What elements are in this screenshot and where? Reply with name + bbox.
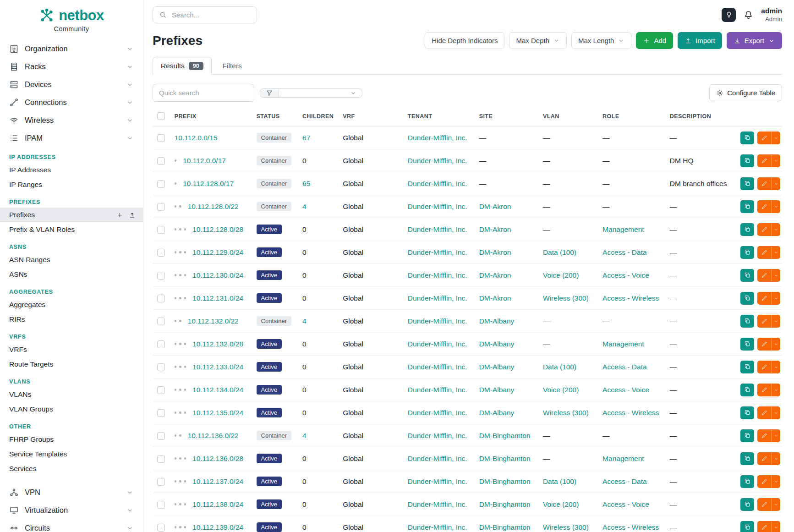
- row-checkbox[interactable]: [157, 501, 165, 509]
- clone-button[interactable]: [740, 475, 754, 488]
- edit-button[interactable]: [757, 177, 771, 190]
- site-link[interactable]: DM-Binghamton: [479, 455, 531, 462]
- row-checkbox[interactable]: [157, 409, 165, 417]
- prefix-link[interactable]: 10.112.139.0/24: [192, 523, 243, 531]
- saved-filter-select[interactable]: [279, 88, 362, 98]
- prefix-link[interactable]: 10.112.132.0/28: [192, 340, 243, 348]
- edit-dropdown-button[interactable]: [771, 384, 780, 396]
- row-checkbox[interactable]: [157, 386, 165, 394]
- prefix-link[interactable]: 10.112.0.0/17: [183, 157, 226, 165]
- edit-button[interactable]: [757, 406, 771, 419]
- column-header-role[interactable]: ROLE: [598, 106, 665, 126]
- clone-button[interactable]: [740, 223, 754, 236]
- clone-button[interactable]: [740, 132, 754, 144]
- row-checkbox[interactable]: [157, 180, 165, 188]
- vlan-link[interactable]: Data (100): [543, 477, 576, 485]
- export-dropdown-button[interactable]: Export: [727, 32, 782, 49]
- site-link[interactable]: DM-Binghamton: [479, 523, 531, 531]
- children-link[interactable]: 4: [302, 317, 307, 325]
- row-checkbox[interactable]: [157, 203, 165, 211]
- edit-button[interactable]: [757, 246, 771, 259]
- row-checkbox[interactable]: [157, 363, 165, 371]
- edit-dropdown-button[interactable]: [771, 521, 780, 532]
- role-link[interactable]: Management: [602, 340, 644, 348]
- column-header-site[interactable]: SITE: [475, 106, 538, 126]
- clone-button[interactable]: [740, 452, 754, 465]
- import-button[interactable]: Import: [678, 32, 722, 49]
- vlan-link[interactable]: Voice (200): [543, 500, 579, 508]
- sidebar-group-circuits[interactable]: Circuits: [0, 519, 143, 532]
- configure-table-button[interactable]: Configure Table: [709, 84, 782, 101]
- clone-button[interactable]: [740, 498, 754, 511]
- clone-button[interactable]: [740, 292, 754, 305]
- clone-button[interactable]: [740, 384, 754, 396]
- sidebar-item-service-templates[interactable]: Service Templates: [0, 447, 143, 461]
- site-link[interactable]: DM-Akron: [479, 248, 511, 256]
- filter-button[interactable]: [260, 88, 279, 98]
- sidebar-group-connections[interactable]: Connections: [0, 93, 143, 111]
- sidebar-item-ip-addresses[interactable]: IP Addresses: [0, 163, 143, 177]
- site-link[interactable]: DM-Akron: [479, 225, 511, 233]
- edit-button[interactable]: [757, 361, 771, 373]
- sidebar-group-virtualization[interactable]: Virtualization: [0, 501, 143, 519]
- edit-button[interactable]: [757, 498, 771, 511]
- sidebar-group-ipam[interactable]: IPAM: [0, 129, 143, 147]
- prefix-link[interactable]: 10.112.0.0/15: [175, 134, 218, 142]
- tenant-link[interactable]: Dunder-Mifflin, Inc.: [408, 248, 467, 256]
- edit-dropdown-button[interactable]: [771, 292, 780, 305]
- role-link[interactable]: Access - Voice: [602, 271, 649, 279]
- max-depth-dropdown[interactable]: Max Depth: [509, 32, 567, 49]
- edit-button[interactable]: [757, 429, 771, 442]
- role-link[interactable]: Access - Data: [602, 248, 646, 256]
- theme-toggle-button[interactable]: [722, 8, 736, 22]
- notifications-button[interactable]: [743, 10, 754, 20]
- edit-dropdown-button[interactable]: [771, 200, 780, 213]
- sidebar-group-racks[interactable]: Racks: [0, 58, 143, 76]
- edit-button[interactable]: [757, 223, 771, 236]
- sidebar-item-services[interactable]: Services: [0, 461, 143, 476]
- prefix-link[interactable]: 10.112.138.0/24: [192, 500, 243, 508]
- role-link[interactable]: Access - Wireless: [602, 523, 659, 531]
- role-link[interactable]: Management: [602, 225, 644, 233]
- tenant-link[interactable]: Dunder-Mifflin, Inc.: [408, 500, 467, 508]
- edit-dropdown-button[interactable]: [771, 154, 780, 167]
- sidebar-item-ip-ranges[interactable]: IP Ranges: [0, 177, 143, 192]
- edit-button[interactable]: [757, 452, 771, 465]
- sidebar-item-aggregates[interactable]: Aggregates: [0, 297, 143, 312]
- vlan-link[interactable]: Voice (200): [543, 386, 579, 394]
- vlan-link[interactable]: Voice (200): [543, 271, 579, 279]
- row-checkbox[interactable]: [157, 295, 165, 302]
- vlan-link[interactable]: Wireless (300): [543, 523, 589, 531]
- global-search[interactable]: [153, 6, 257, 23]
- prefix-link[interactable]: 10.112.128.0/28: [192, 225, 243, 233]
- edit-dropdown-button[interactable]: [771, 406, 780, 419]
- row-checkbox[interactable]: [157, 226, 165, 234]
- column-header-prefix[interactable]: PREFIX: [170, 106, 252, 126]
- row-checkbox[interactable]: [157, 318, 165, 325]
- sidebar-item-fhrp-groups[interactable]: FHRP Groups: [0, 432, 143, 447]
- sidebar-item-vrfs[interactable]: VRFs: [0, 342, 143, 357]
- children-link[interactable]: 65: [302, 180, 310, 187]
- site-link[interactable]: DM-Binghamton: [479, 500, 531, 508]
- edit-button[interactable]: [757, 200, 771, 213]
- column-header-status[interactable]: STATUS: [252, 106, 298, 126]
- quick-add-button[interactable]: [115, 211, 124, 219]
- edit-button[interactable]: [757, 384, 771, 396]
- sidebar-item-rirs[interactable]: RIRs: [0, 312, 143, 327]
- edit-button[interactable]: [757, 315, 771, 328]
- role-link[interactable]: Access - Wireless: [602, 294, 659, 302]
- select-all-checkbox[interactable]: [157, 112, 165, 120]
- edit-dropdown-button[interactable]: [771, 361, 780, 373]
- site-link[interactable]: DM-Akron: [479, 271, 511, 279]
- tenant-link[interactable]: Dunder-Mifflin, Inc.: [408, 225, 467, 233]
- column-header-children[interactable]: CHILDREN: [298, 106, 338, 126]
- role-link[interactable]: Access - Wireless: [602, 409, 659, 417]
- edit-button[interactable]: [757, 475, 771, 488]
- prefix-link[interactable]: 10.112.132.0/22: [188, 317, 239, 325]
- edit-dropdown-button[interactable]: [771, 246, 780, 259]
- site-link[interactable]: DM-Albany: [479, 340, 515, 348]
- row-checkbox[interactable]: [157, 134, 165, 142]
- brand[interactable]: netbox Community: [0, 0, 143, 34]
- children-link[interactable]: 4: [302, 432, 307, 439]
- site-link[interactable]: DM-Albany: [479, 386, 515, 394]
